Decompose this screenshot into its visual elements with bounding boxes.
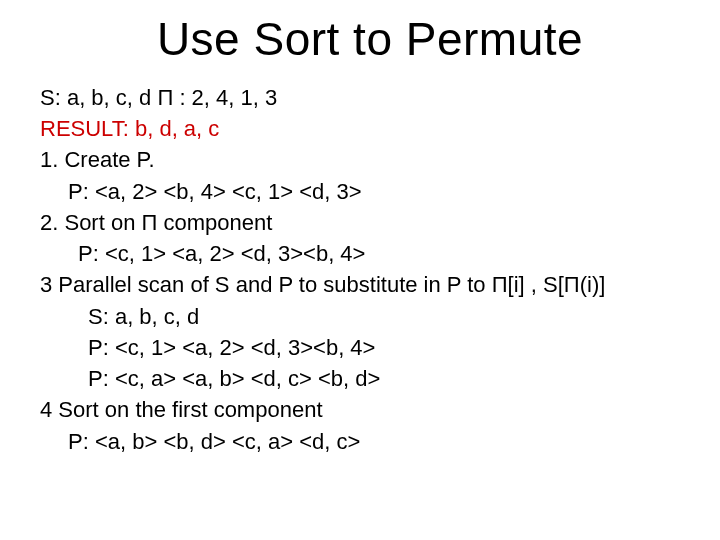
text-line: P: <a, b> <b, d> <c, a> <d, c>: [40, 426, 700, 457]
text-line: 2. Sort on Π component: [40, 207, 700, 238]
text-line: P: <c, 1> <a, 2> <d, 3><b, 4>: [40, 332, 700, 363]
slide: Use Sort to Permute S: a, b, c, d Π : 2,…: [0, 0, 720, 540]
text-line: 4 Sort on the first component: [40, 394, 700, 425]
slide-body: S: a, b, c, d Π : 2, 4, 1, 3 RESULT: b, …: [40, 82, 700, 457]
text-line: S: a, b, c, d Π : 2, 4, 1, 3: [40, 82, 700, 113]
text-line: P: <c, a> <a, b> <d, c> <b, d>: [40, 363, 700, 394]
slide-title: Use Sort to Permute: [40, 12, 700, 66]
text-line: P: <a, 2> <b, 4> <c, 1> <d, 3>: [40, 176, 700, 207]
text-line: RESULT: b, d, a, c: [40, 113, 700, 144]
text-line: 3 Parallel scan of S and P to substitute…: [40, 269, 700, 300]
text-line: S: a, b, c, d: [40, 301, 700, 332]
text-line: 1. Create P.: [40, 144, 700, 175]
text-line: P: <c, 1> <a, 2> <d, 3><b, 4>: [40, 238, 700, 269]
